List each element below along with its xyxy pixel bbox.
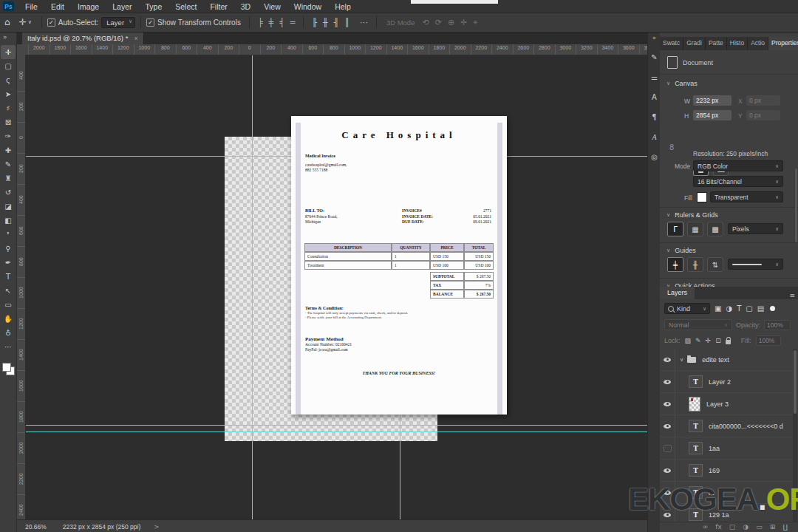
show-transform-checkbox[interactable]: ✓ [146, 18, 154, 27]
width-field[interactable]: 2232 px [693, 95, 732, 106]
height-field[interactable]: 2854 px [693, 110, 732, 120]
layer-style-icon[interactable]: fx [715, 522, 722, 531]
eraser-tool[interactable]: ◪ [1, 200, 16, 214]
edit-toolbar[interactable]: ⋯ [1, 340, 16, 354]
new-group-icon[interactable]: ▭ [756, 522, 763, 531]
bit-depth-dropdown[interactable]: 16 Bits/Channel∨ [693, 176, 783, 187]
crop-tool[interactable]: ♯ [1, 101, 16, 115]
glyphs-panel-icon[interactable]: A [652, 127, 656, 147]
fill-dropdown[interactable]: Transparent∨ [710, 191, 783, 202]
filter-pixel-layers-icon[interactable]: ▣ [715, 304, 721, 313]
panel-tab[interactable]: Actio [748, 37, 768, 50]
guide-vertical[interactable] [400, 415, 400, 519]
path-select-tool[interactable]: ↖ [1, 284, 16, 298]
move-tool-options-icon[interactable]: ✛ [19, 17, 27, 27]
layer-thumbnail[interactable] [689, 442, 703, 454]
visibility-toggle[interactable] [660, 371, 675, 392]
layer-name[interactable]: 169 [709, 467, 720, 474]
filter-smart-objects-icon[interactable]: ▤ [757, 304, 764, 313]
tool-dropdown-caret-icon[interactable]: ∨ [28, 19, 32, 25]
filter-adjustment-layers-icon[interactable]: ◑ [726, 304, 732, 313]
layer-thumbnail[interactable] [689, 375, 703, 388]
link-layers-icon[interactable]: ∞ [703, 522, 709, 531]
menu-item[interactable]: 3D [234, 1, 257, 13]
guide-horizontal[interactable] [25, 156, 291, 157]
layers-panel-menu-icon[interactable]: ≡ [786, 292, 798, 299]
libraries-panel-icon[interactable]: ◎ [651, 147, 658, 167]
shape-tool[interactable]: ▭ [1, 298, 16, 312]
lock-position-icon[interactable]: ✛ [706, 337, 712, 344]
horizontal-ruler[interactable]: 2000180016001400120010008006004002000200… [25, 44, 647, 55]
hand-tool[interactable]: ✋ [1, 312, 16, 326]
healing-brush-tool[interactable]: ✚ [1, 143, 16, 157]
guide-horizontal[interactable] [507, 156, 647, 157]
gradient-tool[interactable]: ◧ [1, 214, 16, 228]
filter-toggle-icon[interactable] [770, 306, 775, 311]
distribute-right-icon[interactable]: ╢ [334, 18, 339, 27]
filter-kind-dropdown[interactable]: Kind ∨ [664, 303, 710, 314]
vertical-ruler[interactable]: 4002000200400600800100012001400160018002… [16, 55, 26, 519]
color-mode-dropdown[interactable]: RGB Color∨ [693, 160, 783, 171]
panel-tab[interactable]: Patte [706, 37, 727, 50]
layer-row[interactable]: ∨ 1aa [660, 437, 793, 460]
menu-item[interactable]: Window [287, 1, 328, 13]
auto-select-dropdown[interactable]: Layer∨ [101, 17, 135, 28]
align-right-icon[interactable]: ╡ [279, 18, 284, 27]
brushes-panel-icon[interactable]: ✎ [651, 47, 657, 67]
lock-guides-icon[interactable]: ╫ [687, 257, 703, 272]
menu-item[interactable]: View [257, 1, 287, 13]
visibility-toggle[interactable] [660, 460, 675, 481]
layer-row[interactable]: ∨ edite text [660, 349, 793, 371]
layer-row[interactable]: ∨ Layer 2 [660, 371, 793, 393]
more-options-icon[interactable]: ⋯ [360, 18, 368, 27]
link-dimensions-icon[interactable]: 8 [669, 143, 674, 151]
lock-paint-icon[interactable]: ✎ [695, 337, 701, 344]
layers-tab[interactable]: Layers [660, 287, 695, 299]
color-swatches[interactable] [2, 363, 14, 375]
distribute-gaps-icon[interactable]: ║ [344, 18, 349, 27]
lock-all-icon[interactable] [726, 340, 731, 344]
invoice-document[interactable]: Care Hospital Medical Invoice carehospit… [291, 116, 507, 415]
status-chevron-icon[interactable]: > [154, 523, 159, 531]
panel-tab[interactable]: Swatc [660, 37, 683, 50]
layer-name[interactable]: Layer 3 [706, 400, 729, 408]
menu-item[interactable]: Type [138, 1, 168, 13]
layer-thumbnail[interactable] [689, 397, 700, 412]
guide-vertical[interactable] [252, 55, 253, 519]
move-tool[interactable]: ✛ [1, 45, 16, 59]
ruler-toggle-icon[interactable]: Γ [667, 222, 683, 236]
filter-shape-layers-icon[interactable]: ▢ [746, 304, 752, 313]
properties-scrollbar[interactable] [795, 168, 797, 242]
adjustment-layer-icon[interactable]: ◑ [743, 522, 748, 531]
menu-item[interactable]: Layer [106, 1, 138, 13]
guide-horizontal[interactable] [25, 432, 647, 432]
visibility-toggle[interactable] [660, 349, 675, 370]
menu-item[interactable]: File [18, 1, 44, 13]
type-tool[interactable]: T [1, 270, 16, 284]
home-icon[interactable]: ⌂ [4, 17, 10, 27]
layer-name[interactable]: edite text [702, 356, 729, 364]
guide-horizontal[interactable] [25, 425, 647, 426]
clone-stamp-tool[interactable]: ♜ [1, 171, 16, 185]
layer-row[interactable]: ∨ cita000000...<<<<<<<0 d [660, 415, 793, 437]
foreground-color-swatch[interactable] [2, 363, 11, 372]
eyedropper-tool[interactable]: ✑ [1, 129, 16, 143]
lock-artboard-icon[interactable]: ⊡ [715, 337, 721, 344]
auto-select-checkbox[interactable]: ✓ [47, 18, 55, 27]
clear-guides-icon[interactable]: ⇅ [707, 257, 723, 272]
menu-item[interactable]: Select [168, 1, 203, 13]
chevron-down-icon[interactable]: ∨ [680, 357, 683, 363]
zoom-level[interactable]: 20.66% [25, 523, 47, 531]
photoshop-logo[interactable]: Ps [3, 1, 14, 11]
rulers-grids-section-header[interactable]: ∨ Rulers & Grids [666, 211, 718, 219]
panel-tab[interactable]: Properties [768, 37, 798, 50]
brush-tool[interactable]: ✎ [1, 157, 16, 171]
ruler-units-dropdown[interactable]: Pixels∨ [728, 223, 783, 234]
close-tab-icon[interactable]: × [134, 35, 137, 42]
blur-tool[interactable]: ❜ [1, 228, 16, 242]
visibility-toggle[interactable] [660, 393, 675, 415]
paragraph-panel-icon[interactable]: ¶ [652, 107, 656, 127]
blend-mode-dropdown[interactable]: Normal∨ [664, 319, 732, 330]
grid-toggle-icon[interactable]: ▦ [687, 222, 703, 236]
history-brush-tool[interactable]: ↺ [1, 185, 16, 200]
